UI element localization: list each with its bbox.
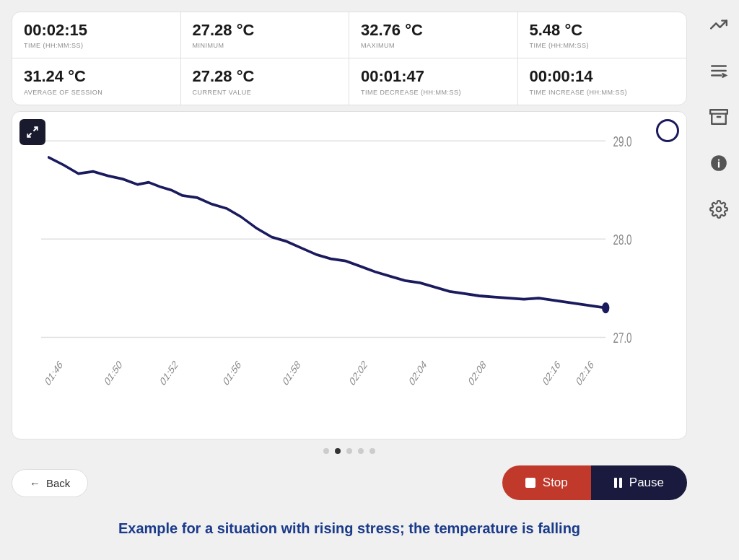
svg-text:28.0: 28.0 <box>613 232 632 248</box>
svg-point-27 <box>717 207 722 212</box>
pause-button[interactable]: Pause <box>591 465 687 500</box>
list-icon[interactable] <box>706 58 732 84</box>
stat-cell-increase: 00:00:14 TIME INCREASE (HH:MM:SS) <box>518 58 687 104</box>
chart-svg: 29.0 28.0 27.0 01:46 01:50 01:52 01:56 0… <box>41 119 650 403</box>
svg-text:01:50: 01:50 <box>102 357 123 388</box>
svg-text:01:58: 01:58 <box>281 357 302 388</box>
stat-cell-decrease: 00:01:47 TIME DECREASE (HH:MM:SS) <box>349 58 518 104</box>
stat-label-current: CURRENT VALUE <box>193 89 338 96</box>
action-buttons: Stop Pause <box>502 465 687 500</box>
main-content: 00:02:15 TIME (HH:MM:SS) 27.28 °C MINIMU… <box>0 0 699 560</box>
info-icon[interactable] <box>706 150 732 176</box>
stat-value-decrease: 00:01:47 <box>361 67 506 86</box>
record-indicator <box>656 119 679 142</box>
stat-label-avg: AVERAGE OF SESSION <box>24 89 169 96</box>
pagination-dot-3[interactable] <box>358 448 364 454</box>
pagination-dot-1[interactable] <box>335 448 341 454</box>
svg-rect-22 <box>710 110 727 113</box>
svg-text:02:16: 02:16 <box>574 357 595 388</box>
back-arrow-icon: ← <box>30 477 40 489</box>
svg-text:02:04: 02:04 <box>407 357 428 388</box>
stat-label-min: MINIMUM <box>193 42 338 49</box>
pagination <box>12 448 687 454</box>
footer-text: Example for a situation with rising stre… <box>12 509 687 548</box>
pause-icon <box>614 478 622 488</box>
stat-value-max: 32.76 °C <box>361 21 506 40</box>
svg-text:29.0: 29.0 <box>613 134 632 149</box>
expand-button[interactable] <box>19 119 45 145</box>
stat-label-decrease: TIME DECREASE (HH:MM:SS) <box>361 89 506 96</box>
stat-cell-min: 27.28 °C MINIMUM <box>181 12 350 58</box>
stat-value-time: 00:02:15 <box>24 21 169 40</box>
stop-button[interactable]: Stop <box>502 465 591 500</box>
svg-point-18 <box>602 302 609 313</box>
pagination-dot-0[interactable] <box>323 448 329 454</box>
stat-cell-current: 27.28 °C CURRENT VALUE <box>181 58 350 104</box>
archive-icon[interactable] <box>706 104 732 130</box>
controls-bar: ← Back Stop Pause <box>12 463 687 503</box>
stat-cell-time: 00:02:15 TIME (HH:MM:SS) <box>12 12 181 58</box>
stat-value-temp-range: 5.48 °C <box>530 21 675 40</box>
stat-value-min: 27.28 °C <box>193 21 338 40</box>
svg-text:27.0: 27.0 <box>613 330 632 346</box>
trend-icon[interactable] <box>706 12 732 38</box>
stat-cell-avg: 31.24 °C AVERAGE OF SESSION <box>12 58 181 104</box>
back-label: Back <box>46 477 70 489</box>
stat-label-max: MAXIMUM <box>361 42 506 49</box>
pagination-dot-4[interactable] <box>370 448 375 454</box>
stats-grid: 00:02:15 TIME (HH:MM:SS) 27.28 °C MINIMU… <box>12 12 687 105</box>
stat-label-increase: TIME INCREASE (HH:MM:SS) <box>530 89 675 96</box>
pause-label: Pause <box>629 476 664 490</box>
svg-text:01:46: 01:46 <box>43 357 64 388</box>
sidebar <box>699 0 739 560</box>
chart-container: 29.0 28.0 27.0 01:46 01:50 01:52 01:56 0… <box>12 111 687 439</box>
svg-text:01:56: 01:56 <box>222 357 242 388</box>
stat-value-current: 27.28 °C <box>193 67 338 86</box>
svg-text:01:52: 01:52 <box>159 357 180 388</box>
back-button[interactable]: ← Back <box>12 469 88 497</box>
settings-icon[interactable] <box>706 196 732 222</box>
stat-cell-max: 32.76 °C MAXIMUM <box>349 12 518 58</box>
stat-value-avg: 31.24 °C <box>24 67 169 86</box>
stat-label-time: TIME (HH:MM:SS) <box>24 42 169 49</box>
stop-icon <box>525 478 535 488</box>
stat-label-temp-range: TIME (HH:MM:SS) <box>530 42 675 49</box>
svg-text:02:08: 02:08 <box>467 357 488 388</box>
pagination-dot-2[interactable] <box>346 448 352 454</box>
stat-cell-temp-range: 5.48 °C TIME (HH:MM:SS) <box>518 12 687 58</box>
stat-value-increase: 00:00:14 <box>530 67 675 86</box>
stop-label: Stop <box>543 476 568 490</box>
svg-text:02:02: 02:02 <box>348 357 369 388</box>
svg-text:02:16: 02:16 <box>541 357 562 388</box>
